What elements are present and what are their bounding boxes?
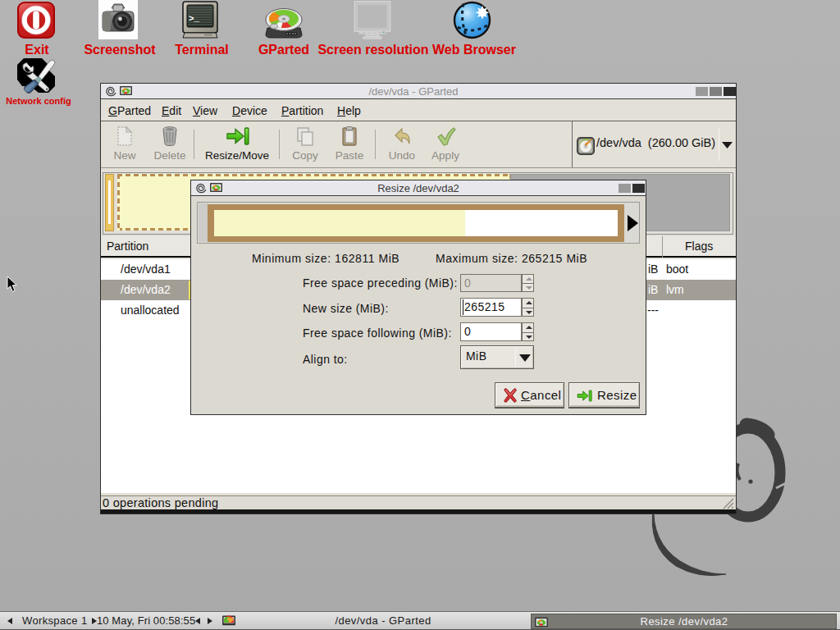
- svg-text:>_: >_: [189, 14, 200, 24]
